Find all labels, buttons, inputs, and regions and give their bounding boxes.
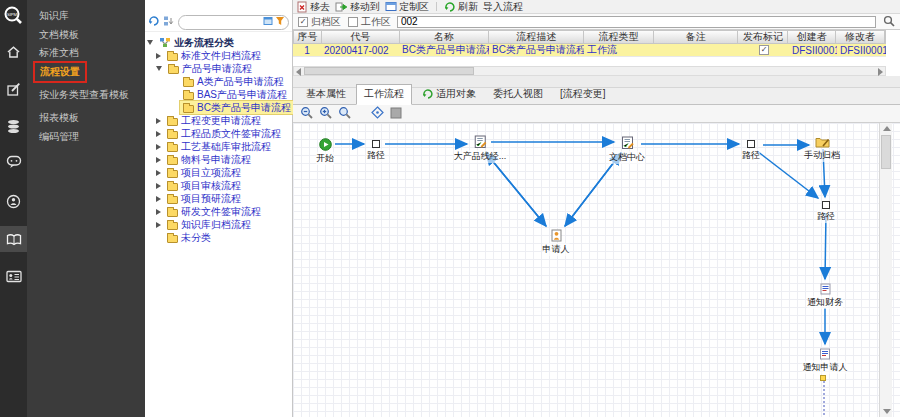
tree-item[interactable]: BAS产品号申请流程 bbox=[172, 88, 290, 101]
work-area-checkbox[interactable] bbox=[348, 17, 358, 27]
node-applicant[interactable]: 申请人 bbox=[543, 229, 570, 256]
move-to-button[interactable]: 移动到 bbox=[335, 0, 380, 14]
node-document-center[interactable]: 文档中心 bbox=[609, 136, 645, 164]
chat-icon[interactable] bbox=[0, 149, 27, 175]
selection-handle[interactable] bbox=[820, 375, 826, 381]
tree-item[interactable]: A类产品号申请流程 bbox=[172, 75, 287, 88]
tree-item-root[interactable]: 业务流程分类 bbox=[147, 36, 237, 49]
col-header-code[interactable]: 代号 bbox=[322, 31, 400, 43]
id-card-icon[interactable] bbox=[0, 263, 27, 289]
nav-menu: 知识库 文档模板 标准文档 流程设置 按业务类型查看模板 报表模板 编码管理 bbox=[27, 0, 145, 417]
col-header-type[interactable]: 流程类型 bbox=[584, 31, 654, 43]
node-start[interactable]: 开始 bbox=[316, 138, 334, 165]
broadcast-user-icon[interactable] bbox=[0, 188, 27, 214]
tree-expander-icon[interactable] bbox=[147, 40, 153, 45]
tree-item-selected[interactable]: BC类产品号申请流程 bbox=[172, 101, 294, 114]
menu-item-knowledge-base[interactable]: 知识库 bbox=[39, 9, 69, 23]
tab-apply-objects[interactable]: 适用对象 bbox=[415, 85, 483, 104]
tab-process-change[interactable]: [流程变更] bbox=[553, 85, 613, 104]
tree-item[interactable]: 物料号申请流程 bbox=[156, 153, 254, 166]
tree-expander-icon[interactable] bbox=[156, 209, 161, 215]
tree-item[interactable]: 知识库归档流程 bbox=[156, 218, 254, 231]
database-icon[interactable] bbox=[0, 113, 27, 139]
col-header-desc[interactable]: 流程描述 bbox=[489, 31, 584, 43]
remove-button[interactable]: 移去 bbox=[297, 0, 330, 14]
scroll-down-arrow[interactable] bbox=[883, 409, 891, 414]
archive-area-checkbox[interactable] bbox=[298, 17, 308, 27]
sipm-logo-icon[interactable]: SIPM bbox=[0, 3, 27, 29]
node-product-line-manager[interactable]: 大产品线经... bbox=[454, 135, 507, 163]
tree-item[interactable]: 工程变更申请流程 bbox=[156, 114, 264, 127]
tree-expander-icon[interactable] bbox=[156, 170, 161, 176]
zoom-out-icon[interactable] bbox=[300, 106, 313, 121]
node-notify-finance[interactable]: 通知财务 bbox=[807, 283, 843, 309]
tree-item[interactable]: 未分类 bbox=[156, 231, 214, 244]
scroll-thumb[interactable] bbox=[304, 67, 474, 75]
tree-item[interactable]: 工程品质文件签审流程 bbox=[156, 127, 284, 140]
node-path-2[interactable]: 路径 bbox=[742, 140, 760, 162]
scroll-right-arrow[interactable] bbox=[878, 68, 883, 76]
tree-expander-icon[interactable] bbox=[156, 157, 161, 163]
tree-item[interactable]: 工艺基础库审批流程 bbox=[156, 140, 274, 153]
tree-expander-icon[interactable] bbox=[156, 53, 161, 59]
tree-expander-icon[interactable] bbox=[156, 131, 161, 137]
col-header-creator[interactable]: 创建者 bbox=[788, 31, 836, 43]
scroll-left-arrow[interactable] bbox=[296, 68, 301, 76]
tab-workflow[interactable]: 工作流程 bbox=[356, 84, 412, 105]
home-icon[interactable] bbox=[0, 39, 27, 65]
zoom-reset-icon[interactable] bbox=[338, 106, 351, 121]
scroll-thumb[interactable] bbox=[881, 135, 891, 169]
zoom-in-icon[interactable] bbox=[319, 106, 332, 121]
menu-item-standard-docs[interactable]: 标准文档 bbox=[39, 46, 79, 60]
tree-search-input[interactable] bbox=[185, 17, 261, 27]
col-header-note[interactable]: 备注 bbox=[654, 31, 739, 43]
published-checkbox[interactable] bbox=[759, 45, 769, 55]
tree-expander-icon[interactable] bbox=[156, 183, 161, 189]
workflow-canvas[interactable]: 开始 路径 大产品线经... 申请人 文档中心 路径 bbox=[293, 123, 900, 417]
canvas-vscrollbar[interactable] bbox=[879, 123, 892, 417]
table-row-selected[interactable]: 1 20200417-002 BC类产品号申请流程 BC类产品号申请流程 工作流… bbox=[293, 44, 886, 57]
node-notify-applicant[interactable]: 通知申请人 bbox=[803, 348, 848, 374]
tree-item[interactable]: 项目审核流程 bbox=[156, 179, 244, 192]
tab-basic-props[interactable]: 基本属性 bbox=[299, 85, 353, 104]
refresh-button[interactable]: 刷新 bbox=[444, 0, 478, 14]
panel-icon[interactable] bbox=[263, 16, 273, 28]
tree-item[interactable]: 项目预研流程 bbox=[156, 192, 244, 205]
node-path-3[interactable]: 路径 bbox=[817, 201, 835, 223]
menu-item-doc-templates[interactable]: 文档模板 bbox=[39, 28, 79, 42]
menu-item-process-settings[interactable]: 流程设置 bbox=[33, 61, 87, 83]
menu-item-code-management[interactable]: 编码管理 bbox=[39, 130, 79, 144]
filter-funnel-icon[interactable] bbox=[275, 16, 285, 28]
tree-expander-icon[interactable] bbox=[156, 222, 161, 228]
tree-expander-icon[interactable] bbox=[156, 144, 161, 150]
tab-delegate-view[interactable]: 委托人视图 bbox=[486, 85, 550, 104]
import-process-button[interactable]: 导入流程 bbox=[483, 0, 523, 14]
code-filter-input[interactable] bbox=[397, 16, 876, 28]
menu-item-templates-by-type[interactable]: 按业务类型查看模板 bbox=[39, 88, 129, 102]
cell-desc: BC类产品号申请流程 bbox=[489, 44, 584, 56]
compose-icon[interactable] bbox=[0, 76, 27, 102]
search-magnifier-icon[interactable] bbox=[883, 15, 895, 29]
tree-item[interactable]: 标准文件归档流程 bbox=[156, 49, 264, 62]
col-header-modifier[interactable]: 修改者 bbox=[836, 31, 885, 43]
scroll-up-arrow[interactable] bbox=[883, 126, 891, 131]
col-header-published[interactable]: 发布标记 bbox=[738, 31, 788, 43]
tree-refresh-icon[interactable] bbox=[148, 15, 160, 29]
tree-expander-icon[interactable] bbox=[156, 196, 161, 202]
tree-expander-icon[interactable] bbox=[156, 118, 161, 124]
tree-collapse-icon[interactable] bbox=[163, 15, 175, 29]
tree-expander-icon[interactable] bbox=[156, 66, 162, 71]
tree-item[interactable]: 研发文件签审流程 bbox=[156, 205, 264, 218]
node-manual-archive[interactable]: 手动归档 bbox=[804, 136, 840, 162]
custom-area-button[interactable]: 定制区 bbox=[385, 0, 429, 14]
tree-item[interactable]: 产品号申请流程 bbox=[156, 62, 255, 75]
menu-item-report-templates[interactable]: 报表模板 bbox=[39, 111, 79, 125]
node-path-1[interactable]: 路径 bbox=[367, 140, 385, 162]
table-hscrollbar[interactable] bbox=[293, 66, 886, 76]
crosshair-icon[interactable] bbox=[371, 106, 384, 121]
snapshot-icon[interactable] bbox=[390, 107, 402, 121]
col-header-name[interactable]: 名称 bbox=[400, 31, 490, 43]
book-icon[interactable] bbox=[0, 226, 27, 252]
col-header-seq[interactable]: 序号 bbox=[294, 31, 322, 43]
tree-item[interactable]: 项目立项流程 bbox=[156, 166, 244, 179]
